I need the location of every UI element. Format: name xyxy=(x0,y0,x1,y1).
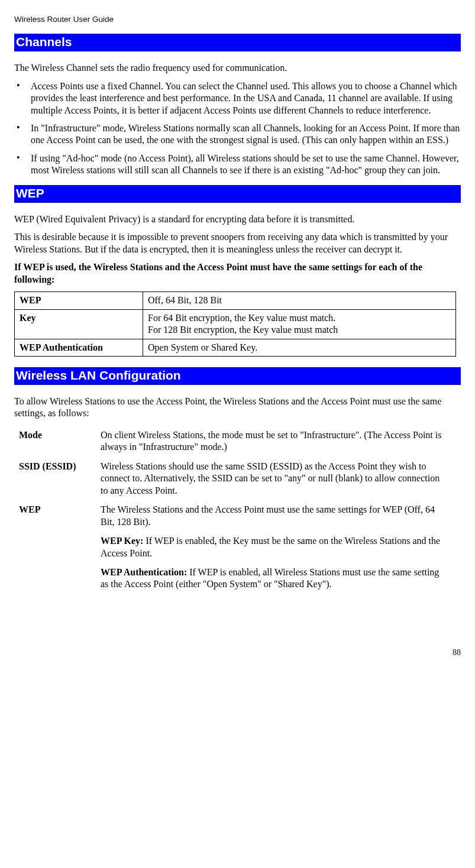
def-text: Wireless Stations should use the same SS… xyxy=(101,461,448,497)
table-row: Key For 64 Bit encryption, the Key value… xyxy=(15,309,456,339)
wep-row-header: WEP xyxy=(15,292,143,309)
channels-bullet-list: Access Points use a fixed Channel. You c… xyxy=(14,80,461,177)
def-text-bold: WEP Authentication: xyxy=(101,567,189,577)
wep-row-header: Key xyxy=(15,309,143,339)
def-value-mode: On client Wireless Stations, the mode mu… xyxy=(101,426,452,457)
page-number: 88 xyxy=(14,647,461,658)
wep-paragraph: This is desirable because it is impossib… xyxy=(14,231,461,255)
document-title: Wireless Router User Guide xyxy=(14,14,461,24)
table-row: SSID (ESSID) Wireless Stations should us… xyxy=(19,457,452,500)
table-row: WEP Authentication Open System or Shared… xyxy=(15,339,456,356)
def-text: WEP Authentication: If WEP is enabled, a… xyxy=(101,566,448,591)
table-row: WEP Off, 64 Bit, 128 Bit xyxy=(15,292,456,309)
def-term-ssid: SSID (ESSID) xyxy=(19,457,101,500)
section-heading-channels: Channels xyxy=(14,34,461,51)
wep-key-line: For 128 Bit encryption, the Key value mu… xyxy=(148,325,338,335)
wlan-intro: To allow Wireless Stations to use the Ac… xyxy=(14,396,461,420)
def-text: WEP Key: If WEP is enabled, the Key must… xyxy=(101,535,448,559)
wep-key-line: For 64 Bit encryption, the Key value mus… xyxy=(148,313,335,323)
wep-row-header: WEP Authentication xyxy=(15,339,143,356)
def-term-mode: Mode xyxy=(19,426,101,457)
section-heading-wep: WEP xyxy=(14,185,461,203)
wep-settings-table: WEP Off, 64 Bit, 128 Bit Key For 64 Bit … xyxy=(14,292,456,357)
channels-intro: The Wireless Channel sets the radio freq… xyxy=(14,62,461,74)
table-row: Mode On client Wireless Stations, the mo… xyxy=(19,426,452,457)
table-row: WEP The Wireless Stations and the Access… xyxy=(19,500,452,594)
channels-bullet: In "Infrastructure" mode, Wireless Stati… xyxy=(14,122,461,147)
wep-row-value: Off, 64 Bit, 128 Bit xyxy=(143,292,456,309)
def-text: The Wireless Stations and the Access Poi… xyxy=(101,504,448,528)
wep-paragraph-bold: If WEP is used, the Wireless Stations an… xyxy=(14,261,461,286)
channels-bullet: Access Points use a fixed Channel. You c… xyxy=(14,80,461,116)
def-text-span: If WEP is enabled, the Key must be the s… xyxy=(101,536,440,558)
wep-row-value: For 64 Bit encryption, the Key value mus… xyxy=(143,309,456,339)
def-value-wep: The Wireless Stations and the Access Poi… xyxy=(101,500,452,594)
section-heading-wlan: Wireless LAN Configuration xyxy=(14,367,461,385)
wlan-definitions-table: Mode On client Wireless Stations, the mo… xyxy=(19,426,452,594)
def-value-ssid: Wireless Stations should use the same SS… xyxy=(101,457,452,500)
def-term-wep: WEP xyxy=(19,500,101,594)
wep-row-value: Open System or Shared Key. xyxy=(143,339,456,356)
def-text-bold: WEP Key: xyxy=(101,536,146,546)
def-text: On client Wireless Stations, the mode mu… xyxy=(101,429,448,454)
channels-bullet: If using "Ad-hoc" mode (no Access Point)… xyxy=(14,153,461,177)
wep-paragraph: WEP (Wired Equivalent Privacy) is a stan… xyxy=(14,213,461,225)
